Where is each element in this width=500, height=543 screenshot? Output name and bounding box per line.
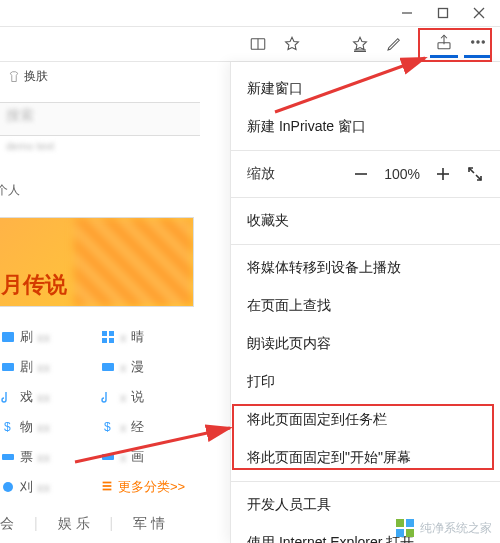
svg-point-9 (472, 40, 474, 42)
search-bar[interactable]: 搜索 (0, 102, 200, 136)
watermark-text: 纯净系统之家 (420, 520, 492, 537)
svg-text:$: $ (4, 420, 11, 434)
category-item[interactable]: 刈xx (0, 478, 90, 496)
svg-rect-22 (102, 454, 114, 460)
menu-favorites[interactable]: 收藏夹 (231, 202, 500, 240)
category-item[interactable]: 戏xx (0, 388, 90, 406)
ticket2-icon (100, 449, 116, 465)
category-item[interactable]: 票xx (0, 448, 90, 466)
page-background: 换肤 搜索 demo text 个人 月传说 刷xx x晴 剧xx x漫 戏xx… (0, 62, 230, 543)
category-item[interactable]: x画 (100, 448, 190, 466)
favorite-star-icon[interactable] (278, 30, 306, 58)
dollar2-icon: $ (100, 419, 116, 435)
music2-icon (100, 389, 116, 405)
grid-icon (100, 329, 116, 345)
category-item[interactable]: $x经 (100, 418, 190, 436)
svg-rect-16 (109, 338, 114, 343)
zoom-in-button[interactable] (434, 165, 452, 183)
category-item[interactable]: x晴 (100, 328, 190, 346)
menu-zoom: 缩放 100% (231, 155, 500, 193)
svg-rect-12 (2, 332, 14, 342)
window-controls (398, 0, 500, 26)
menu-read-aloud[interactable]: 朗读此页内容 (231, 325, 500, 363)
category-row: 剧xx x漫 (0, 352, 190, 382)
menu-new-window[interactable]: 新建窗口 (231, 70, 500, 108)
menu-new-inprivate[interactable]: 新建 InPrivate 窗口 (231, 108, 500, 146)
share-icon[interactable] (430, 30, 458, 58)
category-item[interactable]: $物xx (0, 418, 90, 436)
bottom-tab[interactable]: 会 (0, 509, 18, 539)
sub-text: demo text (6, 140, 54, 152)
svg-rect-33 (406, 519, 414, 527)
watermark: 纯净系统之家 (396, 519, 492, 537)
music-icon (0, 389, 16, 405)
svg-rect-35 (406, 529, 414, 537)
tv-icon (0, 359, 16, 375)
bottom-tabs: 会| 娱 乐| 军 情 (0, 509, 169, 539)
close-button[interactable] (470, 4, 488, 22)
category-row: 刷xx x晴 (0, 322, 190, 352)
category-row: 刈xx 更多分类>> (0, 472, 190, 502)
category-row: $物xx $x经 (0, 412, 190, 442)
zoom-value: 100% (384, 166, 420, 182)
tv2-icon (100, 359, 116, 375)
maximize-button[interactable] (434, 4, 452, 22)
list-icon (100, 479, 114, 496)
svg-text:$: $ (104, 420, 111, 434)
category-item[interactable]: 刷xx (0, 328, 90, 346)
fullscreen-button[interactable] (466, 165, 484, 183)
category-row: 票xx x画 (0, 442, 190, 472)
settings-menu: 新建窗口 新建 InPrivate 窗口 缩放 100% 收藏夹 将媒体转移到设… (230, 62, 500, 543)
shirt-icon (8, 71, 20, 83)
svg-rect-17 (2, 363, 14, 371)
windows-logo-icon (396, 519, 414, 537)
category-item[interactable]: 剧xx (0, 358, 90, 376)
minimize-button[interactable] (398, 4, 416, 22)
video-icon (0, 329, 16, 345)
svg-rect-18 (102, 363, 114, 371)
more-categories-label: 更多分类>> (118, 478, 185, 496)
browser-toolbar (0, 26, 500, 62)
svg-rect-1 (439, 9, 448, 18)
menu-find[interactable]: 在页面上查找 (231, 287, 500, 325)
banner-text: 月传说 (1, 270, 67, 300)
bottom-tab[interactable]: 军 情 (129, 509, 169, 539)
personal-label: 个人 (0, 182, 20, 199)
svg-point-11 (482, 40, 484, 42)
web-notes-icon[interactable] (380, 30, 408, 58)
svg-rect-14 (109, 331, 114, 336)
svg-rect-34 (396, 529, 404, 537)
dollar-icon: $ (0, 419, 16, 435)
zoom-out-button[interactable] (352, 165, 370, 183)
menu-cast[interactable]: 将媒体转移到设备上播放 (231, 249, 500, 287)
reading-view-icon[interactable] (244, 30, 272, 58)
svg-point-23 (3, 482, 13, 492)
svg-rect-32 (396, 519, 404, 527)
category-row: 戏xx x说 (0, 382, 190, 412)
category-list: 刷xx x晴 剧xx x漫 戏xx x说 $物xx $x经 票xx x画 刈xx… (0, 322, 190, 502)
more-icon[interactable] (464, 30, 492, 58)
category-item[interactable]: x漫 (100, 358, 190, 376)
misc-icon (0, 479, 16, 495)
category-item[interactable]: x说 (100, 388, 190, 406)
svg-rect-21 (2, 454, 14, 460)
menu-pin-start[interactable]: 将此页面固定到"开始"屏幕 (231, 439, 500, 477)
theme-switch-label: 换肤 (24, 68, 48, 85)
favorites-list-icon[interactable] (346, 30, 374, 58)
svg-rect-13 (102, 331, 107, 336)
zoom-label: 缩放 (247, 165, 275, 183)
svg-rect-15 (102, 338, 107, 343)
menu-print[interactable]: 打印 (231, 363, 500, 401)
menu-pin-taskbar[interactable]: 将此页面固定到任务栏 (231, 401, 500, 439)
promo-banner[interactable]: 月传说 (0, 217, 194, 307)
bottom-tab[interactable]: 娱 乐 (54, 509, 94, 539)
svg-point-10 (477, 40, 479, 42)
more-categories-link[interactable]: 更多分类>> (100, 478, 190, 496)
ticket-icon (0, 449, 16, 465)
theme-switch[interactable]: 换肤 (8, 68, 48, 85)
